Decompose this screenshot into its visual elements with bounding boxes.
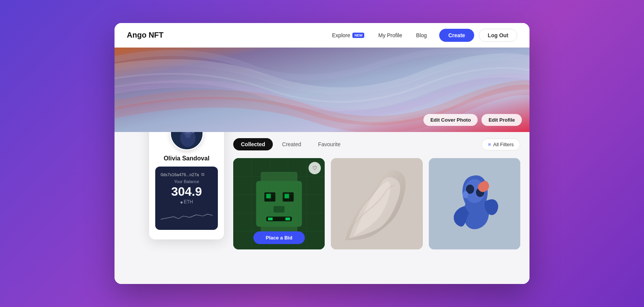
tab-created[interactable]: Created xyxy=(274,138,309,150)
nav-actions: Create Log Out xyxy=(439,29,517,42)
svg-rect-9 xyxy=(186,135,190,138)
profile-card: Olivia Sandoval 0ds7s16a476...n27a ⧉ You… xyxy=(149,132,224,239)
wallet-balance-value: 304.9 xyxy=(161,185,212,198)
nav-blog[interactable]: Blog xyxy=(416,32,427,38)
avatar xyxy=(170,132,204,150)
svg-rect-19 xyxy=(268,218,273,220)
tabs: Collected Created Favourite xyxy=(233,138,481,150)
wallet-balance-label: Your Balance xyxy=(161,179,212,184)
wallet-address-row: 0ds7s16a476...n27a ⧉ xyxy=(161,172,212,177)
edit-cover-photo-button[interactable]: Edit Cover Photo xyxy=(423,114,478,126)
nft-card-3 xyxy=(429,158,520,249)
logout-button[interactable]: Log Out xyxy=(479,29,517,42)
wallet-address: 0ds7s16a476...n27a xyxy=(161,172,199,177)
tabs-row: Collected Created Favourite ≡ All Filter… xyxy=(233,138,520,150)
copy-icon[interactable]: ⧉ xyxy=(201,172,204,177)
content-area: Edit Cover Photo Edit Profile xyxy=(115,48,529,284)
app-logo: Ango NFT xyxy=(127,31,164,40)
filter-icon: ≡ xyxy=(488,142,491,147)
nft-grid: ♡ Place a Bid xyxy=(233,158,520,249)
nav-explore[interactable]: Explore NEW xyxy=(332,32,364,38)
nft-1-bid-button[interactable]: Place a Bid xyxy=(253,231,304,244)
wallet-card: 0ds7s16a476...n27a ⧉ Your Balance 304.9 … xyxy=(155,167,218,230)
nav-myprofile[interactable]: My Profile xyxy=(378,32,402,38)
cover-actions: Edit Cover Photo Edit Profile xyxy=(423,114,522,126)
explore-label: Explore xyxy=(332,32,350,38)
nav-links: Explore NEW My Profile Blog xyxy=(332,32,427,38)
svg-rect-20 xyxy=(285,218,290,220)
app-window: Ango NFT Explore NEW My Profile Blog Cre… xyxy=(115,23,529,284)
nft-3-image xyxy=(429,158,520,249)
navbar: Ango NFT Explore NEW My Profile Blog Cre… xyxy=(115,23,529,48)
filter-label: All Filters xyxy=(493,142,514,147)
svg-point-34 xyxy=(463,191,468,198)
create-button[interactable]: Create xyxy=(439,29,475,42)
edit-profile-button[interactable]: Edit Profile xyxy=(481,114,522,126)
svg-rect-17 xyxy=(274,206,285,213)
tab-favourite[interactable]: Favourite xyxy=(310,138,348,150)
nft-card-1: ♡ Place a Bid xyxy=(233,158,325,249)
nft-card-2 xyxy=(331,158,422,249)
profile-name: Olivia Sandoval xyxy=(164,155,209,162)
profile-content-row: Olivia Sandoval 0ds7s16a476...n27a ⧉ You… xyxy=(115,132,529,284)
new-badge: NEW xyxy=(352,33,364,38)
tab-collected[interactable]: Collected xyxy=(233,138,273,150)
wallet-chart xyxy=(161,209,212,223)
cover-photo: Edit Cover Photo Edit Profile xyxy=(115,48,529,132)
all-filters-button[interactable]: ≡ All Filters xyxy=(481,139,520,150)
wallet-currency: ETH xyxy=(161,199,212,205)
avatar-image xyxy=(171,132,204,150)
nft-2-image xyxy=(331,158,422,249)
main-content: Collected Created Favourite ≡ All Filter… xyxy=(224,132,529,284)
